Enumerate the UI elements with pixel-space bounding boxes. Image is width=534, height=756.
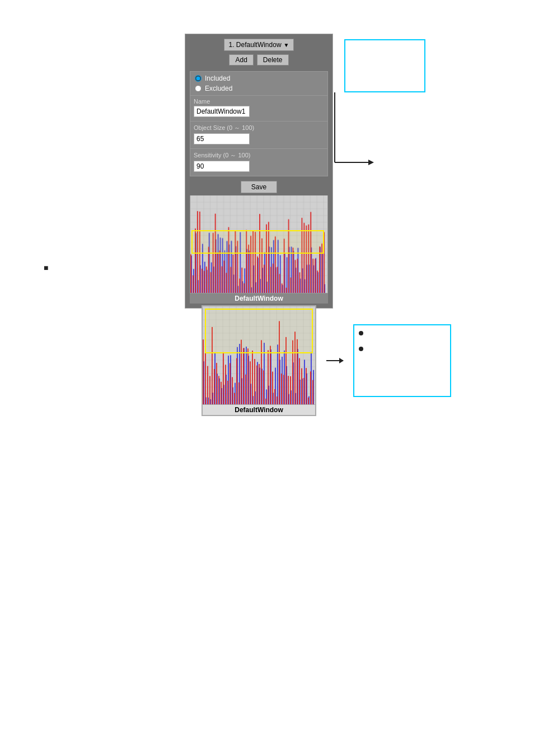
bullet-item-2 — [359, 347, 446, 351]
top-section: 1. DefaultWindow ▼ Add Delete Included E… — [185, 34, 425, 309]
object-size-label: Object Size (0 ～ 100) — [194, 124, 324, 132]
arrow-top — [335, 148, 380, 176]
arrow-line-bottom — [326, 360, 343, 361]
chart-panel-2: DefaultWindow — [202, 305, 316, 416]
motion-chart-top — [190, 195, 328, 293]
cyan-info-box-top — [344, 39, 425, 92]
excluded-label: Excluded — [205, 85, 232, 92]
cyan-info-box-bottom — [353, 324, 451, 397]
bullet-square-icon: ■ — [44, 263, 48, 272]
excluded-radio[interactable] — [195, 85, 202, 92]
bottom-section: DefaultWindow — [202, 305, 451, 416]
chart-label-top: DefaultWindow — [190, 293, 328, 304]
included-row: Included — [195, 74, 323, 82]
svg-marker-1 — [368, 160, 374, 165]
window-title: 1. DefaultWindow — [229, 41, 282, 49]
delete-button[interactable]: Delete — [257, 54, 289, 66]
chart-canvas-bottom — [203, 306, 315, 404]
section-bullet: ■ — [44, 263, 48, 272]
window-dropdown[interactable]: 1. DefaultWindow ▼ — [224, 39, 294, 51]
save-button[interactable]: Save — [241, 181, 277, 193]
name-input[interactable] — [194, 106, 250, 117]
excluded-row: Excluded — [195, 85, 323, 92]
name-section: Name — [190, 96, 328, 122]
chart-label-bottom: DefaultWindow — [203, 404, 315, 415]
bullet-dot-1 — [359, 331, 363, 335]
settings-panel: 1. DefaultWindow ▼ Add Delete Included E… — [185, 34, 333, 309]
panel-title-row: 1. DefaultWindow ▼ — [190, 39, 328, 51]
object-size-input[interactable] — [194, 133, 250, 144]
add-delete-row: Add Delete — [190, 54, 328, 66]
arrow-bottom — [326, 360, 343, 361]
chart-canvas-top — [190, 195, 327, 293]
save-row: Save — [190, 181, 328, 193]
bullet-dot-2 — [359, 347, 363, 351]
sensitivity-input[interactable] — [194, 161, 250, 172]
dropdown-arrow-icon: ▼ — [284, 42, 289, 48]
chart-inner-2 — [203, 306, 315, 404]
add-button[interactable]: Add — [229, 54, 253, 66]
sensitivity-label: Sensitivity (0 ～ 100) — [194, 151, 324, 160]
included-label: Included — [205, 74, 230, 82]
radio-section: Included Excluded — [190, 71, 328, 96]
included-radio[interactable] — [195, 75, 202, 82]
bullet-item-1 — [359, 331, 446, 335]
sensitivity-section: Sensitivity (0 ～ 100) — [190, 149, 328, 176]
name-label: Name — [194, 98, 324, 105]
object-size-section: Object Size (0 ～ 100) — [190, 122, 328, 149]
